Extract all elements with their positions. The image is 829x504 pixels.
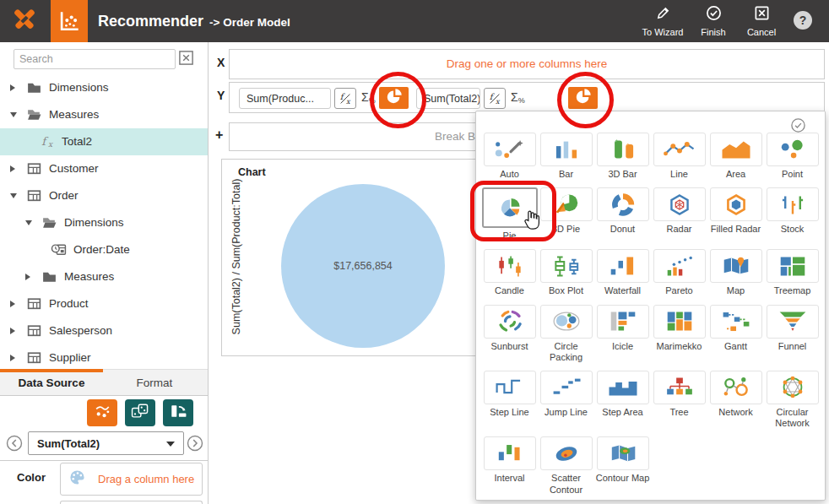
chart-view-button[interactable]	[87, 399, 117, 426]
aggregate-toggle-2[interactable]: Σ%	[511, 90, 525, 105]
crosstab-view-button[interactable]	[125, 399, 155, 426]
search-input[interactable]	[14, 49, 176, 69]
aggregate-toggle-1[interactable]: Σ%	[361, 90, 376, 105]
chart-type-stock[interactable]: Stock	[764, 187, 821, 241]
prev-field-button[interactable]	[6, 435, 23, 452]
chart-type-box-plot[interactable]: Box Plot	[538, 249, 594, 296]
chart-type-step-line[interactable]: Step Line	[481, 371, 538, 429]
chart-type-contour-map[interactable]: Contour Map	[594, 436, 651, 495]
pareto-chart-icon	[653, 249, 706, 283]
chart-type-3d-pie[interactable]: 3D Pie	[538, 187, 594, 241]
help-button[interactable]: ?	[794, 11, 812, 30]
donut-chart-icon	[597, 187, 649, 221]
cancel-button[interactable]: Cancel	[731, 5, 792, 39]
shape-drop-zone[interactable]	[60, 501, 203, 504]
chart-type-auto[interactable]: Auto	[481, 133, 538, 180]
tree-item-measures[interactable]: Measures	[0, 101, 208, 128]
chart-type-funnel[interactable]: Funnel	[764, 305, 821, 363]
next-field-button[interactable]	[187, 435, 203, 452]
chart-type-tree[interactable]: Tree	[651, 371, 707, 429]
chart-type-marimekko[interactable]: Marimekko	[651, 305, 707, 363]
chart-type-interval[interactable]: Interval	[481, 436, 538, 495]
chart-type-pareto[interactable]: Pareto	[651, 249, 707, 296]
tree-item-order[interactable]: Order	[0, 182, 208, 209]
formula-button-2[interactable]: fx	[484, 88, 506, 109]
tab-format[interactable]: Format	[103, 370, 206, 395]
expand-arrow-icon[interactable]	[10, 193, 17, 198]
chart-type-circle-packing[interactable]: Circle Packing	[538, 305, 594, 363]
chart-type-icicle[interactable]: Icicle	[594, 305, 651, 363]
chart-type-step-area[interactable]: Step Area	[594, 371, 651, 429]
circlepacking-chart-icon	[540, 305, 593, 339]
chart-type-3d-bar[interactable]: 3D Bar	[594, 133, 651, 180]
chart-type-gantt[interactable]: Gantt	[707, 305, 764, 363]
chart-type-jump-line[interactable]: Jump Line	[538, 371, 594, 429]
chart-type-waterfall[interactable]: Waterfall	[594, 249, 651, 296]
chart-type-label: Map	[727, 285, 745, 296]
chart-type-line[interactable]: Line	[651, 133, 707, 180]
chart-type-map[interactable]: Map	[707, 249, 764, 296]
bar-chart-icon	[540, 133, 593, 166]
expand-arrow-icon[interactable]	[10, 112, 17, 117]
chart-type-area[interactable]: Area	[707, 133, 764, 180]
apply-check-icon[interactable]	[790, 117, 806, 133]
chart-type-label: Radar	[667, 224, 692, 235]
chart-module-icon[interactable]	[51, 0, 88, 42]
chart-type-label: Interval	[494, 473, 524, 484]
scattercontour-chart-icon	[540, 436, 593, 470]
chart-type-label: Gantt	[724, 341, 747, 352]
date-icon	[51, 241, 67, 257]
y-drop-zone[interactable]: Sum(Produc... fx Σ% Sum(Total2) fx Σ%	[229, 82, 825, 113]
tree-item-order-date[interactable]: Order:Date	[0, 236, 208, 263]
chart-type-button-1[interactable]	[379, 87, 409, 109]
expand-arrow-icon[interactable]	[10, 301, 15, 307]
tree-item-dimensions[interactable]: Dimensions	[0, 209, 208, 236]
expand-arrow-icon[interactable]	[25, 274, 30, 280]
circularnetwork-chart-icon	[767, 371, 819, 404]
check-circle-icon	[706, 5, 722, 24]
clear-search-icon[interactable]	[178, 50, 194, 66]
chart-type-network[interactable]: Network	[707, 371, 764, 429]
tree-item-customer[interactable]: Customer	[0, 155, 208, 182]
pie-chart-icon	[482, 187, 538, 228]
flip-view-button[interactable]	[163, 399, 193, 426]
expand-arrow-icon[interactable]	[10, 84, 15, 91]
tree-item-supplier[interactable]: Supplier	[0, 344, 208, 371]
chart-type-sunburst[interactable]: Sunburst	[481, 305, 538, 363]
chart-type-filled-radar[interactable]: Filled Radar	[707, 187, 764, 241]
tab-data-source[interactable]: Data Source	[0, 370, 103, 395]
chart-type-bar[interactable]: Bar	[538, 133, 594, 180]
chart-type-radar[interactable]: Radar	[651, 187, 707, 241]
tree-item-dimensions[interactable]: Dimensions	[0, 74, 208, 101]
chart-type-label: Area	[726, 169, 745, 180]
color-drop-zone[interactable]: Drag a column here	[60, 463, 203, 496]
chart-type-label: Marimekko	[657, 341, 702, 352]
tree-item-measures[interactable]: Measures	[0, 263, 208, 290]
chart-type-button-2[interactable]	[568, 87, 598, 109]
expand-arrow-icon[interactable]	[25, 220, 32, 225]
chart-type-circular-network[interactable]: Circular Network	[764, 371, 821, 429]
field-select[interactable]: Sum(Total2)	[28, 431, 184, 455]
tree-item-total2[interactable]: fxTotal2	[0, 128, 208, 155]
line-chart-icon	[653, 133, 706, 166]
expand-arrow-icon[interactable]	[10, 165, 15, 172]
network-chart-icon	[710, 371, 762, 404]
expand-arrow-icon[interactable]	[10, 355, 15, 361]
tree-item-label: Measures	[49, 108, 99, 121]
y-field-2[interactable]: Sum(Total2)	[416, 88, 480, 109]
tree-item-salesperson[interactable]: Salesperson	[0, 317, 208, 344]
x-drop-zone[interactable]: Drag one or more columns here	[229, 49, 825, 79]
stock-chart-icon	[767, 187, 819, 221]
chart-type-candle[interactable]: Candle	[481, 249, 538, 296]
y-field-1[interactable]: Sum(Produc...	[239, 88, 331, 109]
chart-type-scatter-contour[interactable]: Scatter Contour	[538, 436, 594, 495]
chart-type-treemap[interactable]: Treemap	[764, 249, 821, 296]
chart-y-axis-label: Sum(Total2) / Sum(Product:Total)	[230, 172, 242, 341]
chart-type-donut[interactable]: Donut	[594, 187, 651, 241]
tree-item-product[interactable]: Product	[0, 290, 208, 317]
chart-type-point[interactable]: Point	[764, 133, 821, 180]
formula-button-1[interactable]: fx	[334, 88, 356, 109]
expand-arrow-icon[interactable]	[10, 328, 15, 334]
chart-type-pie[interactable]: Pie	[481, 187, 538, 241]
pie-slice[interactable]: $17,656,854	[281, 184, 445, 348]
